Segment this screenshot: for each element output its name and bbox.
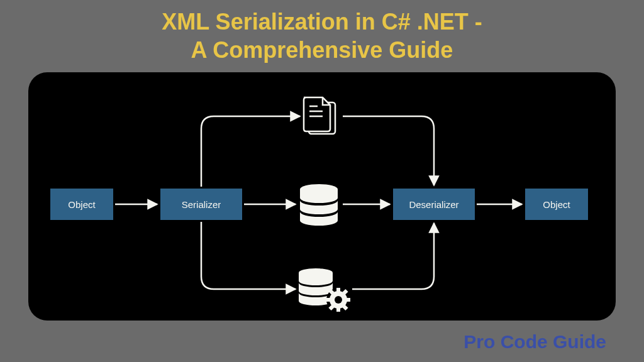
arrow-top-to-deserializer xyxy=(343,116,434,185)
page-title: XML Serialization in C# .NET - A Compreh… xyxy=(0,0,644,64)
node-label: Deserializer xyxy=(409,199,458,210)
svg-rect-11 xyxy=(346,298,350,302)
diagram-panel: Object Serializer Deserializer Object xyxy=(28,72,616,321)
svg-rect-14 xyxy=(342,289,348,295)
title-line-2: A Comprehensive Guide xyxy=(0,36,644,64)
svg-point-4 xyxy=(300,184,338,194)
svg-rect-0 xyxy=(309,102,335,134)
svg-point-16 xyxy=(335,296,342,304)
node-object-input: Object xyxy=(50,189,113,220)
svg-rect-13 xyxy=(342,305,348,310)
svg-point-5 xyxy=(299,268,333,277)
database-gear-icon xyxy=(299,268,350,312)
arrow-serializer-bottom-path xyxy=(201,222,296,289)
database-icon xyxy=(300,184,338,226)
svg-rect-12 xyxy=(328,289,334,295)
svg-rect-8 xyxy=(336,288,340,292)
node-serializer: Serializer xyxy=(160,189,242,220)
branding-text: Pro Code Guide xyxy=(464,331,606,353)
arrow-bottom-to-deserializer xyxy=(352,223,434,289)
svg-rect-10 xyxy=(326,298,331,302)
svg-point-6 xyxy=(326,288,350,312)
node-object-output: Object xyxy=(525,189,588,220)
files-icon xyxy=(304,97,335,134)
arrow-serializer-top-path xyxy=(201,116,300,187)
svg-rect-9 xyxy=(336,307,340,312)
node-label: Serializer xyxy=(182,199,221,210)
node-label: Object xyxy=(68,199,95,210)
node-label: Object xyxy=(543,199,570,210)
title-line-1: XML Serialization in C# .NET - xyxy=(0,8,644,36)
svg-rect-15 xyxy=(328,305,334,310)
svg-point-7 xyxy=(330,291,347,309)
node-deserializer: Deserializer xyxy=(393,189,475,220)
